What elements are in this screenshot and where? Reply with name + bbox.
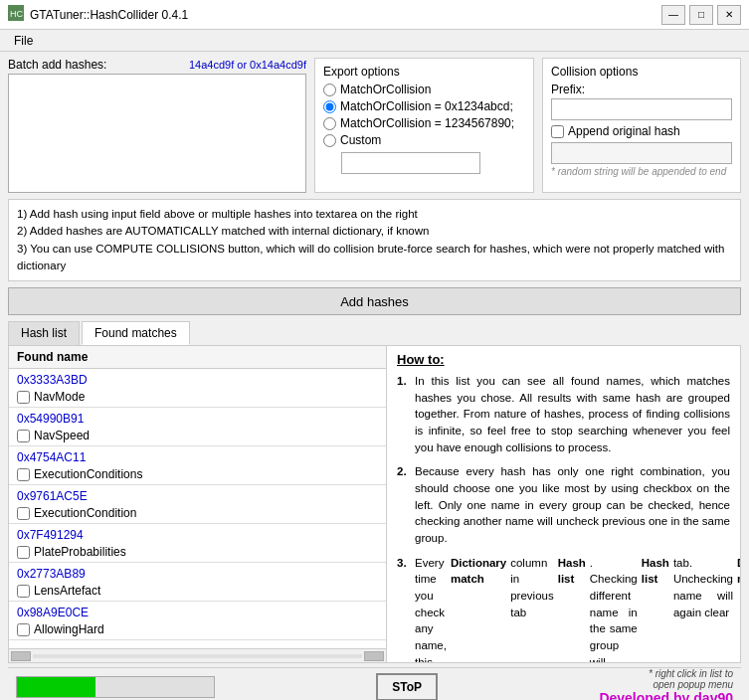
howto-list: In this list you can see all found names… (397, 373, 730, 662)
append-row: Append original hash (551, 124, 732, 138)
list-item: 0x7F491294 PlateProbabilities (9, 524, 386, 562)
tab-content: Found name 0x3333A3BD NavMode 0x54990B91… (8, 345, 741, 663)
export-radio-4-label: Custom (340, 133, 381, 147)
list-item: 0x98A9E0CE AllowingHard (9, 602, 386, 639)
bottom-right-info: * right click in list to open popup menu… (599, 668, 733, 701)
hash-name-row: AllowingHard (13, 621, 382, 637)
list-item: 0x3333A3BD NavMode (9, 369, 386, 407)
batch-textarea[interactable] (8, 74, 306, 193)
menu-bar: File (0, 30, 749, 52)
close-button[interactable]: ✕ (717, 5, 741, 25)
hash-list-panel: Found name 0x3333A3BD NavMode 0x54990B91… (9, 346, 387, 662)
menu-file[interactable]: File (6, 32, 41, 50)
hash-list-hscrollbar[interactable] (9, 648, 386, 662)
title-bar-controls: — □ ✕ (661, 5, 741, 25)
minimize-button[interactable]: — (661, 5, 685, 25)
export-radio-4[interactable] (323, 134, 336, 147)
bottom-bar: SToP * right click in list to open popup… (8, 667, 741, 700)
hash-name-label: LensArtefact (34, 584, 100, 598)
hash-value: 0x98A9E0CE (13, 604, 382, 621)
prefix-input[interactable]: collision_ (551, 98, 732, 120)
hash-name-label: NavSpeed (34, 429, 90, 442)
export-radio-2-row: MatchOrCollision = 0x1234abcd; (323, 99, 525, 113)
hash-checkbox[interactable] (17, 546, 30, 559)
batch-area: Batch add hashes: 14a4cd9f or 0x14a4cd9f (8, 58, 306, 193)
random-note: * random string will be appended to end (551, 166, 732, 177)
stop-button[interactable]: SToP (376, 673, 438, 701)
instruction-1: 1) Add hash using input field above or m… (17, 206, 732, 223)
batch-label-row: Batch add hashes: 14a4cd9f or 0x14a4cd9f (8, 58, 306, 72)
export-radio-2[interactable] (323, 100, 336, 113)
list-item: 0x54990B91 NavSpeed (9, 408, 386, 445)
progress-bar-fill (17, 677, 95, 697)
batch-hint: 14a4cd9f or 0x14a4cd9f (189, 59, 306, 71)
howto-panel: How to: In this list you can see all fou… (387, 346, 740, 662)
tab-found-matches[interactable]: Found matches (82, 321, 190, 345)
hash-name-row: ExecutionCondition (13, 505, 382, 521)
hash-name-label: ExecutionConditions (34, 467, 142, 481)
hash-name-label: AllowingHard (34, 622, 104, 636)
hash-checkbox[interactable] (17, 623, 30, 636)
dev-credit: Developed by dav90 (599, 690, 733, 701)
right-click-note: * right click in list to open popup menu (649, 668, 733, 690)
main-content: Batch add hashes: 14a4cd9f or 0x14a4cd9f… (0, 52, 749, 700)
instructions: 1) Add hash using input field above or m… (8, 199, 741, 281)
hash-checkbox[interactable] (17, 468, 30, 481)
howto-item-3: Every time you check any name, this name… (397, 555, 730, 662)
hash-name-label: ExecutionCondition (34, 506, 136, 520)
hash-checkbox[interactable] (17, 391, 30, 404)
howto-title: How to: (397, 352, 730, 367)
export-options-box: Export options MatchOrCollision MatchOrC… (314, 58, 534, 193)
hash-checkbox[interactable] (17, 430, 30, 442)
batch-label: Batch add hashes: (8, 58, 106, 72)
hash-name-label: PlateProbabilities (34, 545, 126, 559)
app-icon: HC (8, 5, 24, 24)
export-radio-2-label: MatchOrCollision = 0x1234abcd; (340, 99, 513, 113)
export-radio-3-row: MatchOrCollision = 1234567890; (323, 116, 525, 130)
title-bar-left: HC GTATuner::HashCollider 0.4.1 (8, 5, 188, 24)
preview-input: [prefix][hash]_ (551, 142, 732, 164)
hash-checkbox[interactable] (17, 507, 30, 520)
hash-list-scroll[interactable]: 0x3333A3BD NavMode 0x54990B91 NavSpeed (9, 369, 386, 648)
hash-checkbox[interactable] (17, 585, 30, 598)
svg-text:HC: HC (10, 9, 23, 19)
title-bar-title: GTATuner::HashCollider 0.4.1 (30, 8, 188, 22)
hash-name-label: NavMode (34, 390, 85, 404)
hash-value: 0x9761AC5E (13, 487, 382, 505)
export-radio-1[interactable] (323, 84, 336, 96)
export-custom-input[interactable]: [name] = 0x[hexhash]; (341, 152, 480, 174)
export-radio-1-row: MatchOrCollision (323, 83, 525, 96)
export-radio-3-label: MatchOrCollision = 1234567890; (340, 116, 514, 130)
list-item: 0x9761AC5E ExecutionCondition (9, 485, 386, 523)
list-item: 0x2773AB89 LensArtefact (9, 563, 386, 601)
title-bar: HC GTATuner::HashCollider 0.4.1 — □ ✕ (0, 0, 749, 30)
progress-bar-container (16, 676, 215, 698)
hash-value: 0x3333A3BD (13, 371, 382, 389)
hash-value: 0x54990B91 (13, 410, 382, 428)
add-hashes-button[interactable]: Add hashes (8, 287, 741, 315)
export-radio-1-label: MatchOrCollision (340, 83, 431, 96)
hash-value: 0x7F491294 (13, 526, 382, 544)
append-label: Append original hash (568, 124, 680, 138)
howto-item-2: Because every hash has only one right co… (397, 463, 730, 546)
export-radio-3[interactable] (323, 117, 336, 130)
hash-name-row: LensArtefact (13, 583, 382, 599)
hash-value: 0x2773AB89 (13, 565, 382, 583)
hash-value: 0x4754AC11 (13, 448, 382, 466)
tab-hash-list[interactable]: Hash list (8, 321, 80, 345)
hash-name-row: PlateProbabilities (13, 544, 382, 560)
howto-item-1: In this list you can see all found names… (397, 373, 730, 455)
hash-name-row: NavSpeed (13, 428, 382, 443)
list-item: 0x4754AC11 ExecutionConditions (9, 446, 386, 484)
hash-name-row: NavMode (13, 389, 382, 405)
collision-options-title: Collision options (551, 65, 732, 79)
export-radio-4-row: Custom (323, 133, 525, 147)
append-checkbox[interactable] (551, 125, 564, 138)
collision-options-box: Collision options Prefix: collision_ App… (542, 58, 741, 193)
export-options-title: Export options (323, 65, 525, 79)
prefix-label: Prefix: (551, 83, 732, 96)
hash-name-row: ExecutionConditions (13, 466, 382, 482)
maximize-button[interactable]: □ (689, 5, 713, 25)
tabs: Hash list Found matches (8, 321, 741, 345)
top-row: Batch add hashes: 14a4cd9f or 0x14a4cd9f… (8, 58, 741, 193)
